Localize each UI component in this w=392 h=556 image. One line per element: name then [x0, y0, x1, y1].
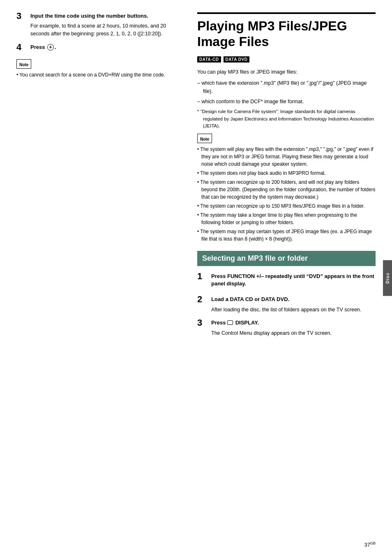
circle-plus-icon [47, 44, 54, 51]
left-note-label: Note [19, 63, 28, 67]
right-note-item-6: • The system may not play certain types … [197, 228, 376, 243]
left-column: 3 Input the time code using the number b… [0, 0, 189, 556]
sub-step-1: 1 Press FUNCTION +/– repeatedly until “D… [197, 273, 376, 290]
left-note-items: • You cannot search for a scene on a DVD… [16, 71, 181, 79]
right-note-item-4: • The system can recognize up to 150 MP3… [197, 202, 376, 210]
step-3-content: Input the time code using the number but… [30, 12, 181, 38]
right-note-item-1: • The system will play any files with th… [197, 146, 376, 168]
step-4-title-suffix: . [55, 44, 56, 50]
page-number-suffix: GB [370, 541, 376, 545]
right-note-item-5: • The system may take a longer time to p… [197, 211, 376, 226]
right-column: Playing MP3 Files/JPEG Image Files DATA-… [189, 0, 392, 556]
right-bullet-1: – which have the extension ".mp3" (MP3 f… [197, 79, 376, 95]
sub-step-3-title-prefix: Press [211, 320, 226, 326]
step-3-number: 3 [16, 12, 27, 21]
left-note-item-1: • You cannot search for a scene on a DVD… [16, 71, 181, 79]
sub-step-2: 2 Load a DATA CD or DATA DVD. After load… [197, 296, 376, 313]
sub-step-2-number: 2 [197, 295, 208, 304]
right-bullets: – which have the extension ".mp3" (MP3 f… [197, 79, 376, 106]
badge-data-cd: DATA-CD [197, 56, 221, 63]
sub-step-3-number: 3 [197, 318, 208, 327]
step-4-number: 4 [16, 43, 27, 52]
left-note-section: Note • You cannot search for a scene on … [16, 59, 181, 79]
right-note-box: Note [197, 134, 212, 143]
section-header: Selecting an MP3 file or folder [197, 251, 376, 266]
step-3-body: For example, to find a scene at 2 hours,… [30, 22, 181, 38]
right-intro: You can play MP3 files or JPEG image fil… [197, 68, 376, 76]
right-footnote: * “Design rule for Camera File system”: … [197, 108, 376, 130]
sub-step-1-number: 1 [197, 272, 208, 281]
sub-step-2-content: Load a DATA CD or DATA DVD. After loadin… [211, 296, 376, 313]
right-note-section: Note • The system will play any files wi… [197, 134, 376, 243]
badge-data-dvd: DATA DVD [224, 56, 250, 63]
right-note-items: • The system will play any files with th… [197, 146, 376, 243]
side-tab-disc: Disc [383, 260, 392, 296]
right-note-item-2: • The system does not play back audio in… [197, 169, 376, 177]
right-note-item-3: • The system can recognize up to 200 fol… [197, 178, 376, 201]
right-note-label: Note [200, 137, 209, 141]
badge-row: DATA-CD DATA DVD [197, 56, 376, 63]
sub-step-2-body: After loading the disc, the list of fold… [211, 306, 376, 314]
step-4: 4 Press . [16, 44, 181, 53]
page-number-value: 37 [364, 542, 370, 548]
sub-step-3: 3 Press DISPLAY. The Control Menu displa… [197, 319, 376, 337]
sub-step-3-content: Press DISPLAY. The Control Menu display … [211, 319, 376, 337]
sub-step-1-title: Press FUNCTION +/– repeatedly until “DVD… [211, 273, 376, 287]
step-4-title: Press . [30, 44, 181, 51]
step-4-title-prefix: Press [30, 44, 45, 50]
right-bullet-2: – which conform to the DCF* image file f… [197, 98, 376, 106]
page-number: 37GB [364, 541, 376, 548]
page-title: Playing MP3 Files/JPEG Image Files [197, 12, 376, 50]
sub-step-3-title-suffix: DISPLAY. [235, 320, 259, 326]
sub-step-2-title: Load a DATA CD or DATA DVD. [211, 296, 376, 303]
step-4-content: Press . [30, 44, 181, 53]
left-note-box: Note [16, 59, 31, 69]
sub-step-3-title: Press DISPLAY. [211, 319, 376, 327]
sub-step-3-body: The Control Menu display appears on the … [211, 329, 376, 337]
step-3: 3 Input the time code using the number b… [16, 12, 181, 38]
step-3-title: Input the time code using the number but… [30, 12, 181, 20]
sub-step-1-content: Press FUNCTION +/– repeatedly until “DVD… [211, 273, 376, 290]
display-icon [227, 320, 233, 325]
